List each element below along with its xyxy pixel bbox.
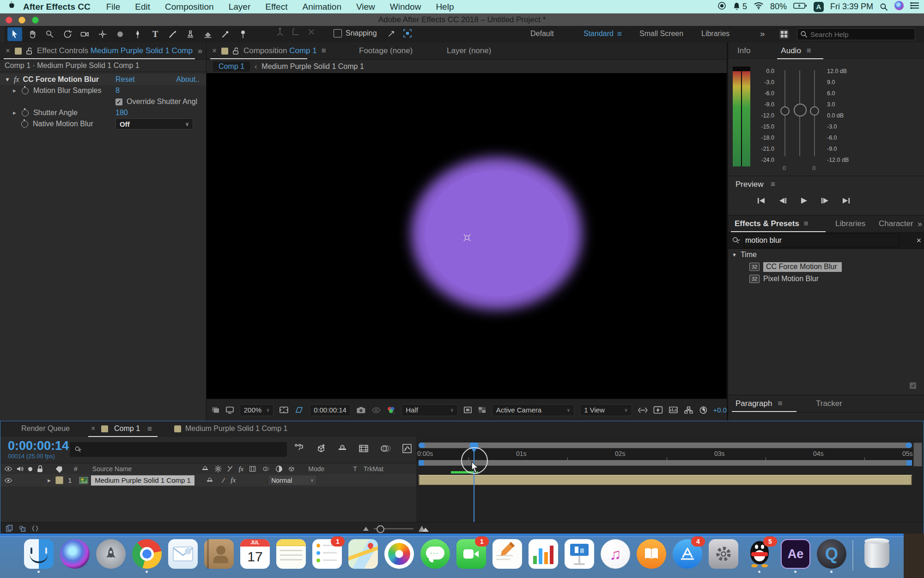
- dock-keynote[interactable]: [565, 539, 594, 569]
- composition-tab-label[interactable]: Composition: [243, 46, 287, 55]
- dock-appstore[interactable]: 4: [673, 539, 702, 569]
- workspace-manager-icon[interactable]: [779, 29, 789, 39]
- wifi-icon[interactable]: [754, 2, 764, 12]
- notification-center-icon[interactable]: [910, 2, 919, 12]
- breadcrumb-comp[interactable]: Comp 1: [213, 61, 250, 72]
- type-tool[interactable]: T: [148, 27, 163, 41]
- clear-search-icon[interactable]: ×: [916, 236, 921, 246]
- lock-column-icon[interactable]: [37, 465, 43, 473]
- magnification-dropdown[interactable]: 200%∨: [240, 404, 274, 416]
- effects-search-bar[interactable]: ×: [728, 233, 924, 249]
- layer-mode-dropdown[interactable]: Normal ∨: [268, 475, 317, 486]
- tracker-tab[interactable]: Tracker: [816, 399, 842, 408]
- navigator-end-handle[interactable]: [906, 443, 912, 448]
- effect-controls-tab-target[interactable]: Medium Purple Solid 1 Comp: [91, 46, 193, 55]
- always-preview-icon[interactable]: [211, 406, 220, 414]
- snap-angle-icon[interactable]: [387, 29, 396, 38]
- time-ruler[interactable]: 0:00s 01s 02s 03s 04s 05s: [416, 449, 913, 461]
- show-snapshot-icon[interactable]: [371, 406, 381, 414]
- workspace-small-screen[interactable]: Small Screen: [639, 30, 683, 38]
- dock-facetime[interactable]: 1: [456, 539, 486, 569]
- input-source-indicator[interactable]: A: [814, 2, 824, 12]
- window-titlebar[interactable]: Adobe After Effects CC 2018 – Untitled P…: [0, 13, 924, 26]
- audio-column-icon[interactable]: [16, 465, 24, 473]
- zoom-in-mountains-icon[interactable]: [418, 525, 429, 532]
- samples-stopwatch-icon[interactable]: [22, 87, 29, 94]
- panel-unlock-icon[interactable]: [26, 48, 32, 55]
- native-blur-dropdown[interactable]: Off ∨: [116, 118, 193, 129]
- last-frame-button[interactable]: [837, 195, 856, 207]
- footage-tab[interactable]: Footage (none): [359, 46, 413, 55]
- layer-expand-arrow[interactable]: ►: [47, 478, 52, 483]
- dock-ibooks[interactable]: [637, 539, 666, 569]
- menu-file[interactable]: File: [106, 2, 121, 12]
- spotlight-icon[interactable]: [880, 3, 888, 11]
- dock-notes[interactable]: [276, 539, 306, 569]
- tab-close-icon[interactable]: ×: [91, 424, 95, 433]
- target-region-icon[interactable]: [463, 406, 472, 414]
- layer-duration-bar[interactable]: [419, 475, 912, 485]
- navigator-start-handle[interactable]: [419, 443, 425, 448]
- layer-shy-icon[interactable]: [206, 477, 214, 484]
- override-shutter-checkbox[interactable]: ✓: [116, 98, 122, 105]
- effect-item-name[interactable]: Pixel Motion Blur: [763, 275, 819, 283]
- help-search-box[interactable]: [797, 28, 915, 40]
- effects-presets-tab[interactable]: Effects & Presets: [735, 219, 799, 228]
- column-trkmat[interactable]: TrkMat: [364, 465, 383, 473]
- snapping-checkbox[interactable]: [334, 29, 342, 37]
- hand-tool[interactable]: [25, 27, 40, 41]
- libraries-tab[interactable]: Libraries: [835, 219, 865, 228]
- panel-menu-icon[interactable]: ≡: [322, 46, 327, 55]
- hide-shy-layers-icon[interactable]: [337, 443, 348, 454]
- dock-messages[interactable]: ···: [420, 539, 450, 569]
- mini-flowchart-icon[interactable]: [294, 443, 305, 454]
- menu-layer[interactable]: Layer: [229, 2, 251, 12]
- layer-visibility-eye-icon[interactable]: [4, 477, 12, 484]
- effect-reset-link[interactable]: Reset: [116, 75, 135, 84]
- dock-numbers[interactable]: [529, 539, 558, 569]
- clone-stamp-tool[interactable]: [183, 27, 198, 41]
- preview-title[interactable]: Preview: [736, 180, 763, 189]
- adjustment-layer-switch-icon[interactable]: [275, 465, 283, 473]
- effect-expand-arrow[interactable]: ▼: [5, 76, 10, 83]
- paragraph-panel-menu-icon[interactable]: ≡: [778, 399, 783, 408]
- collapse-transforms-icon[interactable]: [214, 465, 222, 473]
- effect-about-link[interactable]: About..: [176, 75, 200, 84]
- zoom-tool[interactable]: [43, 27, 57, 41]
- effects-search-input[interactable]: [744, 234, 899, 247]
- flowchart-icon[interactable]: [684, 406, 693, 414]
- panel-overflow-chevrons[interactable]: »: [198, 46, 202, 56]
- draft-3d-icon[interactable]: [316, 443, 327, 454]
- column-number[interactable]: #: [74, 465, 78, 473]
- dock-qq[interactable]: 5: [745, 539, 774, 569]
- resolution-dropdown[interactable]: Half∨: [401, 404, 458, 416]
- dock-photos[interactable]: [384, 539, 414, 569]
- preview-panel-menu-icon[interactable]: ≡: [771, 180, 776, 189]
- rotate-tool[interactable]: [60, 27, 75, 41]
- screen-record-icon[interactable]: [717, 1, 726, 12]
- dock-mail[interactable]: [168, 539, 198, 569]
- dock-itunes[interactable]: ♫: [601, 539, 630, 569]
- previous-frame-button[interactable]: [773, 195, 792, 207]
- workspace-overflow-chevrons[interactable]: »: [760, 29, 765, 39]
- safe-guides-icon[interactable]: [279, 406, 289, 414]
- panel-overflow-chevrons[interactable]: »: [918, 219, 922, 229]
- fast-previews-icon[interactable]: [653, 406, 663, 415]
- 3d-layer-switch-icon[interactable]: [288, 465, 295, 473]
- zoom-out-mountain-icon[interactable]: [363, 526, 369, 531]
- 3d-view-dropdown[interactable]: Active Camera∨: [492, 404, 574, 416]
- dock-trash[interactable]: [862, 539, 892, 569]
- label-column-icon[interactable]: [55, 465, 64, 473]
- menu-window[interactable]: Window: [390, 2, 421, 12]
- dock-after-effects[interactable]: Ae: [781, 539, 810, 569]
- help-search-input[interactable]: [797, 28, 915, 40]
- audio-slider-center-knob[interactable]: [794, 104, 807, 117]
- motion-blur-icon[interactable]: [379, 443, 391, 454]
- effect-item-name-selected[interactable]: CC Force Motion Blur: [763, 262, 842, 272]
- quality-switch-icon[interactable]: [227, 465, 233, 473]
- play-button[interactable]: [795, 195, 813, 207]
- workspace-standard-menu-icon[interactable]: ≡: [617, 30, 622, 39]
- pixel-aspect-icon[interactable]: [638, 406, 648, 414]
- workspace-libraries[interactable]: Libraries: [701, 30, 729, 38]
- comp-timeline-tab[interactable]: Comp 1: [114, 424, 140, 433]
